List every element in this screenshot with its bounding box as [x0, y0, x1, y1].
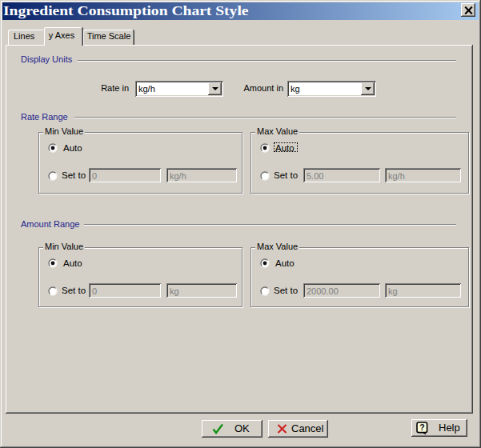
svg-text:?: ? — [419, 422, 424, 432]
